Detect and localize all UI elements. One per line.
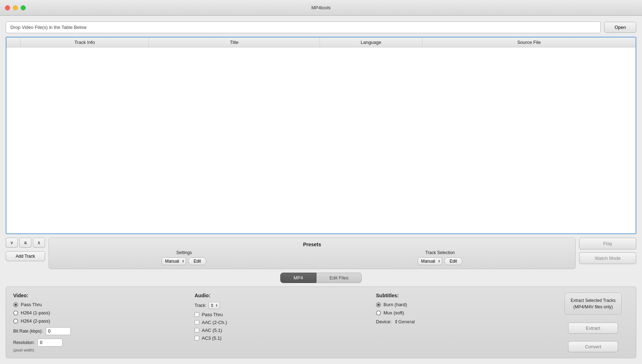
close-button[interactable] (5, 5, 10, 10)
resolution-input[interactable] (37, 339, 62, 347)
audio-ac351-row[interactable]: AC3 (5.1) (195, 335, 369, 341)
settings-edit-button[interactable]: Edit (188, 257, 206, 265)
subtitles-label: Subtitles: (376, 293, 550, 298)
audio-track-value: ⇕ (210, 303, 214, 308)
tab-edit-files[interactable]: Edit Files (316, 273, 362, 283)
play-button[interactable]: Play (579, 238, 636, 249)
track-type-buttons: v a s Add Track (6, 238, 45, 261)
presets-title: Presets (56, 242, 568, 247)
minimize-button[interactable] (13, 5, 18, 10)
video-passthru-row[interactable]: Pass Thru (13, 302, 187, 307)
audio-ac351-check[interactable] (195, 336, 199, 340)
video-options: Pass Thru H264 (1-pass) H264 (2-pass) (13, 302, 187, 324)
track-selection-edit-button[interactable]: Edit (444, 257, 462, 265)
device-row: Device: ⇕General (376, 319, 550, 324)
track-selection-select-wrap[interactable]: Manual (418, 257, 442, 265)
extract-section: Extract Selected Tracks (MP4/M4V files o… (557, 293, 629, 352)
title-bar: MP4tools (0, 0, 642, 16)
audio-passthru-row[interactable]: Pass Thru (195, 312, 369, 317)
audio-track-label: Track: (195, 303, 206, 308)
table-header: Track Info Title Language Source File (6, 37, 636, 47)
audio-ac351-label: AC3 (5.1) (202, 335, 222, 341)
bitrate-row: Bit Rate (kbps): (13, 327, 187, 335)
subtitles-options: Burn (hard) Mux (soft) (376, 302, 550, 315)
main-window: Drop Video File(s) in the Table Below Op… (0, 16, 642, 364)
audio-track-btn[interactable]: a (19, 238, 31, 248)
open-button[interactable]: Open (604, 22, 636, 33)
file-table: Track Info Title Language Source File (6, 37, 636, 234)
video-h264-2pass-row[interactable]: H264 (2-pass) (13, 318, 187, 324)
subtitles-mux-row[interactable]: Mux (soft) (376, 310, 550, 315)
audio-aac2ch-row[interactable]: AAC (2-Ch.) (195, 320, 369, 325)
track-selection-controls: Manual Edit (418, 257, 462, 265)
track-selection-select[interactable]: Manual (418, 257, 442, 265)
video-h264-2pass-label: H264 (2-pass) (21, 318, 50, 324)
subtitles-burn-radio[interactable] (376, 302, 381, 307)
extract-box: Extract Selected Tracks (MP4/M4V files o… (565, 293, 622, 315)
subtitle-track-btn[interactable]: s (33, 238, 45, 248)
tabs-bar: MP4 Edit Files (6, 273, 636, 283)
top-bar: Drop Video File(s) in the Table Below Op… (6, 21, 636, 33)
add-track-button[interactable]: Add Track (6, 251, 45, 261)
settings-select-wrap[interactable]: Manual (162, 257, 186, 265)
right-buttons: Play Watch Mode (579, 238, 636, 264)
audio-aac51-check[interactable] (195, 328, 199, 333)
audio-aac51-row[interactable]: AAC (5.1) (195, 328, 369, 333)
audio-section: Audio: Track: ⇕ Pass Thru AAC (2-Ch.) (195, 293, 369, 352)
audio-aac2ch-label: AAC (2-Ch.) (202, 320, 227, 325)
audio-aac51-label: AAC (5.1) (202, 328, 222, 333)
subtitles-section: Subtitles: Burn (hard) Mux (soft) Device… (376, 293, 550, 352)
settings-section: Settings Manual Edit (162, 250, 206, 265)
video-h264-1pass-label: H264 (1-pass) (21, 310, 50, 315)
video-h264-1pass-row[interactable]: H264 (1-pass) (13, 310, 187, 315)
extract-subtitle: (MP4/M4V files only) (573, 304, 613, 309)
video-passthru-radio[interactable] (13, 302, 18, 307)
subtitles-mux-label: Mux (soft) (383, 310, 404, 315)
settings-select[interactable]: Manual (162, 257, 186, 265)
track-selection-label: Track Selection (418, 250, 462, 255)
video-h264-1pass-radio[interactable] (13, 310, 18, 315)
resolution-row: Resolution: (13, 339, 187, 347)
track-controls-row: v a s Add Track Presets Settings Manual (6, 238, 636, 269)
audio-passthru-check[interactable] (195, 312, 199, 317)
presets-panel: Presets Settings Manual Edit Track Selec (49, 238, 576, 269)
type-btn-row: v a s (6, 238, 45, 248)
audio-passthru-label: Pass Thru (202, 312, 223, 317)
device-select[interactable]: ⇕General (394, 319, 415, 324)
audio-aac2ch-check[interactable] (195, 320, 199, 325)
audio-checkboxes: Pass Thru AAC (2-Ch.) AAC (5.1) AC3 (5.1… (195, 312, 369, 341)
bottom-panel: Video: Pass Thru H264 (1-pass) H264 (2-p… (6, 287, 636, 358)
drop-label: Drop Video File(s) in the Table Below (6, 21, 601, 33)
subtitles-mux-radio[interactable] (376, 310, 381, 315)
extract-button[interactable]: Extract (568, 323, 618, 334)
subtitles-burn-label: Burn (hard) (383, 302, 407, 307)
bitrate-input[interactable] (46, 327, 71, 335)
subtitles-burn-row[interactable]: Burn (hard) (376, 302, 550, 307)
tab-mp4[interactable]: MP4 (280, 273, 316, 283)
extract-title: Extract Selected Tracks (571, 298, 616, 303)
track-selection-section: Track Selection Manual Edit (418, 250, 462, 265)
col-source-file: Source File (422, 37, 636, 47)
video-track-btn[interactable]: v (6, 238, 18, 248)
presets-row: Settings Manual Edit Track Selection (56, 250, 568, 265)
bitrate-label: Bit Rate (kbps): (13, 329, 43, 334)
audio-track-row: Track: ⇕ (195, 302, 369, 309)
device-label: Device: (376, 319, 391, 324)
audio-label: Audio: (195, 293, 369, 298)
video-h264-2pass-radio[interactable] (13, 319, 18, 324)
settings-controls: Manual Edit (162, 257, 206, 265)
video-label: Video: (13, 293, 187, 298)
table-body (6, 47, 636, 105)
watch-mode-button[interactable]: Watch Mode (579, 252, 636, 264)
maximize-button[interactable] (21, 5, 26, 10)
col-title: Title (149, 37, 320, 47)
window-controls[interactable] (5, 5, 26, 10)
col-check (6, 37, 21, 47)
col-track-info: Track Info (21, 37, 149, 47)
audio-track-select-wrap[interactable]: ⇕ (209, 302, 220, 309)
settings-label: Settings (162, 250, 206, 255)
resolution-label: Resolution: (13, 340, 35, 345)
video-section: Video: Pass Thru H264 (1-pass) H264 (2-p… (13, 293, 187, 352)
convert-button[interactable]: Convert (568, 341, 618, 352)
video-passthru-label: Pass Thru (21, 302, 42, 307)
